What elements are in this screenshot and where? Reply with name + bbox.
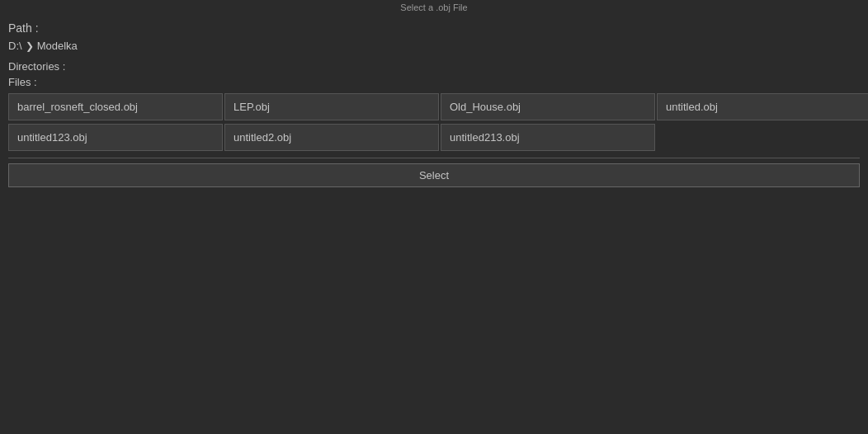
path-label: Path : <box>8 21 39 35</box>
breadcrumb: D:\ ❯ Modelka <box>8 40 860 52</box>
dialog-content: Path : D:\ ❯ Modelka Directories : Files… <box>0 15 868 194</box>
file-item[interactable]: untitled2.obj <box>224 124 439 151</box>
breadcrumb-folder[interactable]: Modelka <box>37 40 78 52</box>
file-item[interactable]: untitled213.obj <box>441 124 655 151</box>
dialog-title: Select a .obj File <box>400 2 467 12</box>
divider <box>8 158 860 158</box>
select-button-row: Select <box>8 163 860 187</box>
breadcrumb-arrow-icon: ❯ <box>26 40 34 52</box>
directories-label: Directories : <box>8 60 860 73</box>
path-row: Path : <box>8 21 860 35</box>
file-item[interactable]: barrel_rosneft_closed.obj <box>8 93 223 120</box>
select-button[interactable]: Select <box>8 163 860 187</box>
files-grid-row1: barrel_rosneft_closed.obj LEP.obj Old_Ho… <box>8 93 860 120</box>
files-grid-row2: untitled123.obj untitled2.obj untitled21… <box>8 124 860 151</box>
breadcrumb-drive[interactable]: D:\ <box>8 40 22 52</box>
title-bar: Select a .obj File <box>0 0 868 15</box>
file-item[interactable]: Old_House.obj <box>441 93 655 120</box>
files-label: Files : <box>8 76 860 88</box>
file-item[interactable]: untitled.obj <box>657 93 868 120</box>
file-item[interactable]: LEP.obj <box>224 93 439 120</box>
file-item[interactable]: untitled123.obj <box>8 124 223 151</box>
